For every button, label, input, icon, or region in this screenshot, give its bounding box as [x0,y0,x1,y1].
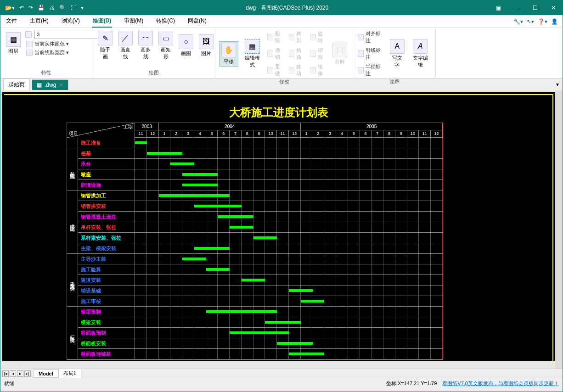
gantt-bar [182,173,218,176]
redo-button[interactable]: 重做 [266,63,285,78]
drawing-border [4,94,553,95]
rotate-button[interactable]: 旋转 [309,30,328,45]
layout-tabs: |◂ ◂ ▸ ▸| Model 布局1 [0,369,563,378]
menu-draw[interactable]: 绘图(D) [92,15,113,28]
open-icon[interactable]: 📂▾ [5,5,15,11]
group-ann-label: 注释 [357,78,432,85]
line-width-dropdown[interactable]: 当前线型宽度 ▾ [25,49,102,56]
nav-last-icon[interactable]: ▸| [24,370,31,377]
gantt-row: 桥面板安装 [78,338,443,349]
menu-convert[interactable]: 转换(C) [155,15,176,28]
paste-button[interactable]: 粘贴 [288,46,307,61]
group-edit-label: 修改 [219,78,349,85]
menu-view[interactable]: 浏览(V) [61,15,81,28]
gantt-row: 吊杆安装、张拉 [78,222,443,233]
dim-align-button[interactable]: 对齐标注 [357,30,385,45]
print-icon[interactable]: 🖨 [49,5,55,11]
title-bar: 📂▾ ↶ ↷ 💾 🖨 🔍 ⛶ ▾ .dwg - 看图纸(CADSee Plus)… [0,0,563,15]
gantt-bar [265,321,300,324]
text-button[interactable]: A写文字 [388,38,406,69]
polyline-button[interactable]: 〰画多线 [136,30,155,61]
move-button[interactable]: 移动 [288,63,307,78]
save-icon[interactable]: 💾 [38,5,45,11]
pan-button[interactable]: ✋平移 [219,41,238,67]
tabs-dropdown-icon[interactable]: ▾ [556,81,563,88]
fullscreen-icon[interactable]: ⛶ [71,5,76,11]
line-button[interactable]: ／画直线 [116,30,135,61]
delete-button[interactable]: 删除 [266,30,285,45]
find-icon[interactable]: 🔍 [59,5,66,11]
drawing-border [552,94,553,361]
drawing-canvas[interactable]: 大桥施工进度计划表 项目工期20032004200511121234567891… [2,92,555,361]
ribbon-toggle-icon[interactable]: ▣ [489,0,507,15]
dim-rad-button[interactable]: 半径标注 [357,63,385,78]
tab-model[interactable]: Model [34,370,58,378]
editmode-button[interactable]: ▦编辑模式 [241,38,264,69]
gantt-bar [170,162,194,165]
gantt-chart: 项目工期200320042005111212345678910111212345… [67,123,443,360]
undo-icon[interactable]: ↶ [19,5,24,11]
gantt-row: 防撞设施 [78,180,443,190]
window-controls: ▣ — ☐ ✕ [489,0,563,15]
gantt-bar [194,205,242,207]
settings-icon[interactable]: 🔧▾ [513,18,523,25]
gantt-row: 施工审核 [78,296,443,307]
menu-file[interactable]: 文件 [5,15,18,28]
nav-first-icon[interactable]: |◂ [2,370,9,377]
tab-layout1[interactable]: 布局1 [58,369,81,378]
explode-button[interactable]: ⬚分解 [331,42,349,66]
help-icon[interactable]: ❓▾ [538,18,547,25]
gantt-row: 横梁安装 [78,317,443,328]
nav-next-icon[interactable]: ▸ [17,370,23,377]
textedit-button[interactable]: A文字编辑 [409,38,432,69]
gantt-bar [277,342,312,345]
menu-review[interactable]: 审图(M) [123,15,144,28]
tab-file[interactable]: ▦.dwg✕ [32,79,68,90]
gantt-row: 铺设基础 [78,286,443,296]
status-bar: 就绪 坐标 X=147.21 Y=1.79 看图纸V7.0英文版发布，与看图纸会… [0,378,563,389]
redo-icon[interactable]: ↷ [28,5,33,11]
layer-button[interactable]: ▦图层 [4,31,23,56]
copy-button[interactable]: 拷贝 [288,30,307,45]
chart-title: 大桥施工进度计划表 [2,105,555,120]
gantt-bar [194,247,230,250]
gantt-bar [230,331,289,334]
maximize-icon[interactable]: ☐ [526,0,544,15]
cursor-icon[interactable]: ↖▾ [527,18,534,25]
gantt-bar [182,184,218,186]
gantt-row: 主导沙主装 [78,254,443,264]
gantt-bar [182,258,206,260]
layer-icon [25,31,32,38]
dim-lead-button[interactable]: 引线标注 [357,46,385,61]
gantt-bar [289,353,324,355]
gantt-bar [301,300,325,302]
rect-button[interactable]: ▭画矩形 [157,30,175,61]
vertical-scrollbar[interactable] [555,90,563,369]
close-icon[interactable]: ✕ [544,0,563,15]
gantt-row: 钢管混凝土浇注 [78,212,443,222]
tab-start[interactable]: 起始页 [3,78,30,90]
gantt-bar [206,310,277,313]
undo-button[interactable]: 撤销 [266,46,285,61]
tab-close-icon[interactable]: ✕ [59,82,63,88]
entity-color-dropdown[interactable]: 当前实体颜色 ▾ [25,40,102,48]
gantt-row: 钢管拱安装 [78,201,443,212]
circle-button[interactable]: ○画圆 [177,34,195,58]
scale-button[interactable]: 缩放 [309,46,328,61]
freehand-button[interactable]: ✎随手画 [96,30,114,61]
image-button[interactable]: 🖼图片 [197,34,215,58]
nav-prev-icon[interactable]: ◂ [10,370,16,377]
minimize-icon[interactable]: — [507,0,526,15]
status-link[interactable]: 看图纸V7.0英文版发布，与看图纸会员版同步更新！ [442,380,559,387]
gantt-row: 墩座 [78,169,443,180]
mirror-button[interactable]: 镜像 [309,63,328,78]
gantt-bar [242,279,265,281]
menu-cloud[interactable]: 网盘(N) [187,15,208,28]
status-ready: 就绪 [4,380,14,387]
user-icon[interactable]: 👤 [551,18,558,25]
gantt-row: 隧道安装 [78,275,443,286]
dwg-icon: ▦ [37,82,42,88]
gantt-bar [230,226,253,229]
menu-home[interactable]: 主页(H) [29,15,50,28]
gantt-row: 承台 [78,159,443,169]
